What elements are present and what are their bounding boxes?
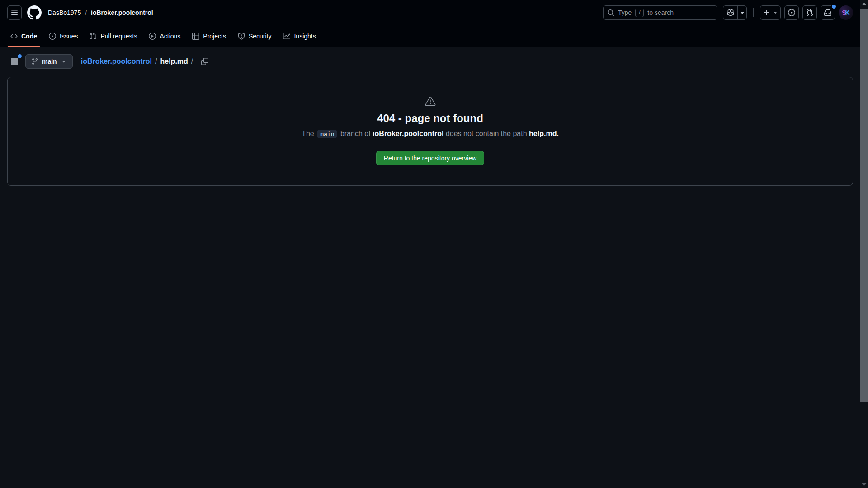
github-page: DasBo1975 / ioBroker.poolcontrol Type / … bbox=[0, 0, 868, 488]
not-found-title: 404 - page not found bbox=[377, 112, 483, 125]
chevron-down-icon bbox=[739, 9, 746, 16]
branch-badge: main bbox=[317, 130, 337, 138]
page-scrollbar[interactable] bbox=[860, 0, 868, 488]
code-icon bbox=[10, 33, 18, 40]
repo-nav: Code Issues Pull requests Actions Projec… bbox=[0, 25, 860, 47]
copilot-split-button bbox=[723, 5, 747, 20]
file-tree-toggle[interactable] bbox=[7, 54, 22, 69]
tab-pull-requests[interactable]: Pull requests bbox=[86, 25, 141, 47]
tab-code-label: Code bbox=[21, 33, 37, 40]
git-pull-request-icon bbox=[90, 33, 97, 40]
tab-projects[interactable]: Projects bbox=[189, 25, 230, 47]
description-repo: ioBroker.poolcontrol bbox=[373, 130, 443, 137]
tab-security[interactable]: Security bbox=[234, 25, 275, 47]
branch-name: main bbox=[42, 58, 57, 65]
slash-key-hint: / bbox=[635, 9, 644, 17]
issue-opened-icon bbox=[788, 9, 795, 16]
copy-icon bbox=[201, 58, 208, 65]
breadcrumb-repo-link[interactable]: ioBroker.poolcontrol bbox=[81, 57, 152, 66]
not-found-panel: 404 - page not found The main branch of … bbox=[7, 77, 853, 186]
page-body: DasBo1975 / ioBroker.poolcontrol Type / … bbox=[0, 0, 860, 488]
plus-icon bbox=[763, 9, 770, 16]
tab-actions-label: Actions bbox=[160, 33, 180, 40]
scrollbar-thumb[interactable] bbox=[860, 9, 868, 402]
github-mark-icon bbox=[27, 5, 42, 20]
app-header: DasBo1975 / ioBroker.poolcontrol Type / … bbox=[0, 0, 860, 25]
chevron-down-icon bbox=[773, 10, 778, 15]
scrollbar-up-button[interactable] bbox=[860, 0, 868, 8]
tab-issues-label: Issues bbox=[60, 33, 78, 40]
play-icon bbox=[149, 33, 156, 40]
issue-opened-icon bbox=[49, 33, 56, 40]
graph-icon bbox=[283, 33, 290, 40]
not-found-description: The main branch of ioBroker.poolcontrol … bbox=[302, 128, 559, 140]
branch-selector[interactable]: main bbox=[25, 54, 73, 69]
notifications-button[interactable] bbox=[821, 5, 835, 20]
issues-button[interactable] bbox=[784, 5, 799, 20]
file-toolbar: main ioBroker.poolcontrol / help.md / bbox=[7, 54, 853, 69]
scroll-down-icon bbox=[862, 482, 867, 487]
table-icon bbox=[192, 33, 199, 40]
git-pull-request-icon bbox=[806, 9, 813, 16]
tab-pull-requests-label: Pull requests bbox=[100, 33, 137, 40]
copilot-button[interactable] bbox=[723, 6, 737, 19]
scrollbar-down-button[interactable] bbox=[860, 480, 868, 488]
sidebar-expand-icon bbox=[11, 58, 18, 65]
tab-security-label: Security bbox=[249, 33, 272, 40]
breadcrumb: ioBroker.poolcontrol / help.md / bbox=[81, 57, 193, 66]
main-content: main ioBroker.poolcontrol / help.md / bbox=[0, 47, 860, 193]
search-placeholder-prefix: Type bbox=[618, 9, 632, 16]
context-owner-link[interactable]: DasBo1975 bbox=[48, 9, 81, 16]
global-search[interactable]: Type / to search bbox=[603, 5, 717, 20]
tab-actions[interactable]: Actions bbox=[145, 25, 184, 47]
copy-path-button[interactable] bbox=[198, 55, 211, 68]
three-bars-icon bbox=[11, 9, 18, 16]
tree-toggle-dot bbox=[18, 54, 22, 58]
tab-issues[interactable]: Issues bbox=[45, 25, 81, 47]
avatar-letter-2: K bbox=[845, 9, 850, 16]
github-logo[interactable] bbox=[27, 5, 42, 20]
git-branch-icon bbox=[31, 58, 38, 65]
tab-code[interactable]: Code bbox=[7, 25, 41, 47]
breadcrumb-path: help.md bbox=[160, 57, 188, 66]
copilot-icon bbox=[727, 9, 734, 16]
breadcrumb-trailing-separator: / bbox=[191, 57, 193, 66]
context-breadcrumb: DasBo1975 / ioBroker.poolcontrol bbox=[48, 9, 153, 16]
copilot-menu-caret[interactable] bbox=[737, 6, 746, 19]
description-prefix: The bbox=[302, 130, 314, 137]
description-tail: does not contain the path bbox=[446, 130, 527, 137]
pull-requests-button[interactable] bbox=[802, 5, 817, 20]
header-actions: Type / to search bbox=[603, 5, 853, 20]
header-divider bbox=[753, 8, 754, 17]
search-placeholder-suffix: to search bbox=[647, 9, 674, 16]
tab-projects-label: Projects bbox=[203, 33, 226, 40]
avatar[interactable]: S K bbox=[839, 5, 853, 20]
create-new-button[interactable] bbox=[760, 5, 781, 20]
breadcrumb-separator: / bbox=[155, 57, 157, 66]
context-separator: / bbox=[85, 9, 87, 16]
branch-caret-icon bbox=[61, 58, 67, 65]
inbox-icon bbox=[824, 9, 831, 16]
return-button[interactable]: Return to the repository overview bbox=[376, 151, 484, 165]
hamburger-button[interactable] bbox=[7, 5, 22, 20]
tab-insights[interactable]: Insights bbox=[279, 25, 319, 47]
alert-icon bbox=[425, 96, 436, 107]
description-path: help.md. bbox=[529, 130, 559, 137]
search-icon bbox=[607, 9, 614, 16]
description-middle: branch of bbox=[340, 130, 371, 137]
tab-insights-label: Insights bbox=[294, 33, 316, 40]
notification-dot bbox=[832, 5, 836, 9]
context-repo-link[interactable]: ioBroker.poolcontrol bbox=[91, 9, 153, 16]
shield-icon bbox=[238, 33, 245, 40]
scroll-up-icon bbox=[862, 2, 867, 7]
